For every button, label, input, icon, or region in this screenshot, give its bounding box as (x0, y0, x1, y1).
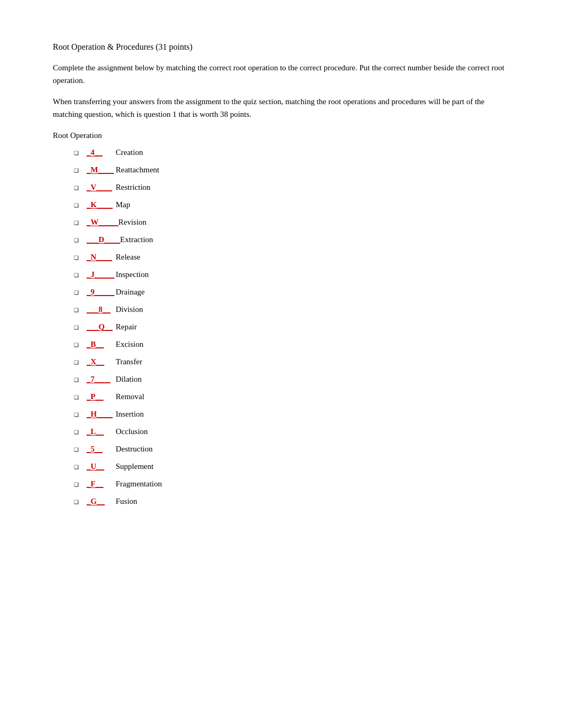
answer-code: _G__ (87, 494, 116, 509)
answer-code: _U__ (87, 459, 116, 474)
list-item: ❑_5__ Destruction (74, 442, 508, 456)
answer-code: _M____ (87, 163, 116, 177)
list-item: ❑_K____ Map (74, 198, 508, 212)
list-item: ❑_U__ Supplement (74, 459, 508, 474)
answer-code: _H____ (87, 407, 116, 421)
operation-name: Release (116, 250, 141, 264)
answer-code: _X__ (87, 355, 116, 369)
list-item: ❑_7____ Dilation (74, 372, 508, 386)
list-item: ❑_X__ Transfer (74, 355, 508, 369)
answer-code: _F__ (87, 477, 116, 491)
answer-code: _V____ (87, 180, 116, 195)
operation-name: Destruction (116, 442, 153, 456)
bullet-icon: ❑ (74, 271, 81, 280)
instruction-1: Complete the assignment below by matchin… (53, 61, 508, 87)
bullet-icon: ❑ (74, 201, 81, 210)
operation-name: Extraction (120, 233, 153, 247)
bullet-icon: ❑ (74, 497, 81, 507)
list-item: ❑___D____ Extraction (74, 233, 508, 247)
bullet-icon: ❑ (74, 183, 81, 193)
answer-code: _K____ (87, 198, 116, 212)
operation-name: Inspection (116, 268, 148, 282)
answer-code: ___8__ (87, 302, 116, 317)
list-item: ❑_9_____ Drainage (74, 285, 508, 299)
operation-name: Dilation (116, 372, 142, 386)
bullet-icon: ❑ (74, 393, 81, 402)
list-item: ❑_V____ Restriction (74, 180, 508, 195)
answer-code: ___D____ (87, 233, 120, 247)
page-title: Root Operation & Procedures (31 points) (53, 42, 508, 52)
operation-name: Map (116, 198, 130, 212)
bullet-icon: ❑ (74, 463, 81, 472)
bullet-icon: ❑ (74, 218, 81, 228)
bullet-icon: ❑ (74, 253, 81, 263)
answer-code: ___Q__ (87, 320, 116, 334)
operation-name: Division (116, 302, 143, 317)
section-label: Root Operation (53, 131, 508, 140)
list-item: ❑___Q__ Repair (74, 320, 508, 334)
bullet-icon: ❑ (74, 288, 81, 298)
bullet-icon: ❑ (74, 358, 81, 367)
operation-name: Reattachment (116, 163, 159, 177)
list-item: ❑_W_____ Revision (74, 215, 508, 229)
bullet-icon: ❑ (74, 445, 81, 455)
operation-name: Insertion (116, 407, 144, 421)
operation-name: Supplement (116, 459, 154, 474)
operation-name: Drainage (116, 285, 145, 299)
instruction-2: When transferring your answers from the … (53, 95, 508, 121)
list-item: ❑_P__ Removal (74, 390, 508, 404)
answer-code: _4__ (87, 145, 116, 160)
operation-name: Excision (116, 337, 144, 352)
operations-list: ❑_4__ Creation❑_M____ Reattachment❑_V___… (74, 145, 508, 509)
list-item: ❑_N____ Release (74, 250, 508, 264)
list-item: ❑_L__ Occlusion (74, 425, 508, 439)
list-item: ❑_M____ Reattachment (74, 163, 508, 177)
bullet-icon: ❑ (74, 480, 81, 490)
answer-code: _B__ (87, 337, 116, 352)
list-item: ❑_4__ Creation (74, 145, 508, 160)
bullet-icon: ❑ (74, 323, 81, 333)
list-item: ❑_B__ Excision (74, 337, 508, 352)
answer-code: _9_____ (87, 285, 116, 299)
bullet-icon: ❑ (74, 410, 81, 420)
list-item: ❑_H____ Insertion (74, 407, 508, 421)
operation-name: Restriction (116, 180, 151, 195)
operation-name: Creation (116, 145, 143, 160)
answer-code: _J_____ (87, 268, 116, 282)
operation-name: Repair (116, 320, 137, 334)
list-item: ❑_J_____ Inspection (74, 268, 508, 282)
operation-name: Occlusion (116, 425, 148, 439)
bullet-icon: ❑ (74, 375, 81, 385)
bullet-icon: ❑ (74, 149, 81, 158)
operation-name: Fusion (116, 494, 137, 509)
operation-name: Removal (116, 390, 144, 404)
bullet-icon: ❑ (74, 306, 81, 315)
list-item: ❑_G__ Fusion (74, 494, 508, 509)
bullet-icon: ❑ (74, 236, 81, 245)
operation-name: Revision (118, 215, 146, 229)
answer-code: _W_____ (87, 215, 118, 229)
answer-code: _L__ (87, 425, 116, 439)
answer-code: _7____ (87, 372, 116, 386)
answer-code: _5__ (87, 442, 116, 456)
list-item: ❑___8__ Division (74, 302, 508, 317)
list-item: ❑_F__ Fragmentation (74, 477, 508, 491)
bullet-icon: ❑ (74, 428, 81, 437)
bullet-icon: ❑ (74, 166, 81, 176)
operation-name: Fragmentation (116, 477, 162, 491)
answer-code: _P__ (87, 390, 116, 404)
answer-code: _N____ (87, 250, 116, 264)
bullet-icon: ❑ (74, 340, 81, 350)
operation-name: Transfer (116, 355, 142, 369)
